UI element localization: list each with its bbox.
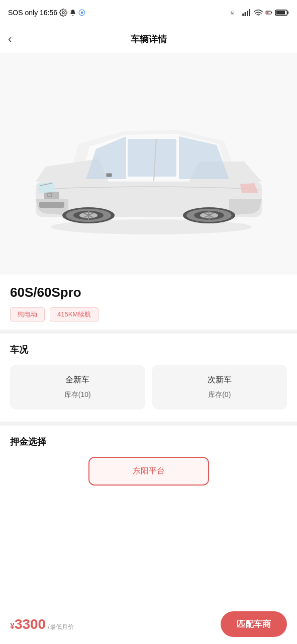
svg-rect-14 (287, 11, 289, 14)
price-area: ¥ 3300 /最低月价 (10, 616, 74, 632)
svg-rect-6 (247, 11, 248, 17)
new-car-stock: 库存(10) (64, 390, 91, 399)
used-car-stock: 库存(0) (208, 390, 231, 399)
used-car-label: 次新车 (208, 375, 232, 385)
svg-rect-15 (276, 11, 285, 15)
divider-2 (0, 422, 297, 426)
svg-rect-20 (39, 202, 64, 208)
location-icon (78, 9, 85, 17)
nfc-icon: N (231, 9, 240, 16)
gear-icon (59, 9, 67, 17)
match-dealer-button[interactable]: 匹配车商 (221, 611, 287, 637)
car-tags: 纯电动 415KM续航 (10, 307, 287, 321)
used-car-card[interactable]: 次新车 库存(0) (152, 365, 287, 410)
deposit-option-label: 东阳平台 (133, 466, 165, 475)
car-image (8, 78, 289, 250)
svg-point-1 (81, 12, 83, 14)
divider-1 (0, 330, 297, 334)
svg-rect-7 (249, 9, 250, 16)
header: ‹ 车辆详情 (0, 25, 297, 53)
car-info-section: 60S/60Spro 纯电动 415KM续航 (0, 275, 297, 330)
svg-rect-10 (271, 12, 272, 13)
svg-text:!: ! (268, 12, 269, 14)
car-status-grid: 全新车 库存(10) 次新车 库存(0) (10, 365, 287, 410)
svg-point-0 (62, 12, 64, 14)
svg-rect-5 (245, 12, 246, 16)
signal-icon (242, 9, 251, 16)
svg-rect-11 (266, 12, 268, 14)
price-label: /最低月价 (48, 623, 73, 631)
car-image-area (0, 53, 297, 275)
price-symbol: ¥ (10, 622, 15, 631)
status-left: SOS only 16:56 (8, 9, 85, 17)
bottom-bar: ¥ 3300 /最低月价 匹配车商 (0, 604, 297, 644)
new-car-card[interactable]: 全新车 库存(10) (10, 365, 145, 410)
car-model-name: 60S/60Spro (10, 285, 287, 300)
notification-icon (69, 9, 76, 17)
price-amount: 3300 (15, 616, 46, 632)
car-condition-section: 车况 全新车 库存(10) 次新车 库存(0) (0, 334, 297, 422)
wifi-icon (254, 9, 263, 16)
battery-icon (275, 9, 289, 16)
new-car-label: 全新车 (65, 375, 89, 385)
car-tag-range: 415KM续航 (50, 307, 98, 321)
deposit-option[interactable]: 东阳平台 (88, 457, 209, 486)
svg-rect-18 (128, 139, 176, 177)
svg-text:N: N (231, 11, 234, 16)
status-bar: SOS only 16:56 N ! (0, 0, 297, 25)
status-right: N ! (231, 9, 289, 16)
svg-rect-4 (242, 14, 244, 16)
svg-rect-37 (107, 174, 112, 177)
battery-warning-icon: ! (265, 9, 272, 16)
car-tag-powertrain: 纯电动 (10, 307, 45, 321)
svg-point-8 (258, 16, 259, 16)
deposit-title: 押金选择 (10, 436, 287, 448)
back-button[interactable]: ‹ (8, 33, 12, 46)
status-text: SOS only 16:56 (8, 9, 57, 17)
page-title: 车辆详情 (131, 33, 167, 45)
deposit-section: 押金选择 东阳平台 (0, 426, 297, 536)
car-condition-title: 车况 (10, 344, 287, 356)
